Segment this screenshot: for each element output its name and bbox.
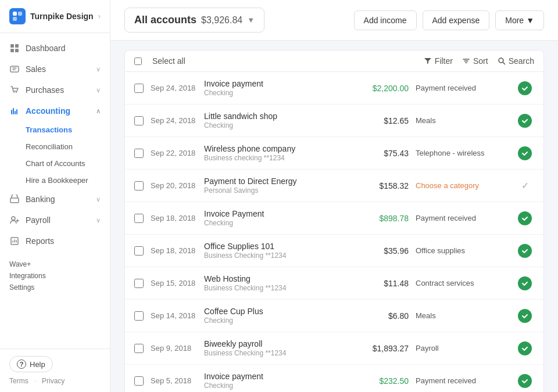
tx-info: Web Hosting Business Checking **1234	[204, 274, 349, 292]
row-checkbox-3[interactable]	[134, 181, 144, 190]
sidebar-item-chart-of-accounts[interactable]: Chart of Accounts	[0, 155, 110, 172]
sidebar-item-reports[interactable]: Reports	[0, 231, 110, 251]
confirmed-icon	[518, 374, 532, 388]
brand-chevron-icon: ›	[98, 12, 101, 20]
tx-account: Checking	[204, 89, 349, 97]
footer-links: Terms · Privacy	[9, 377, 101, 385]
tx-category: Office supplies	[416, 246, 509, 255]
tx-category: Payment received	[416, 84, 509, 92]
tx-status	[516, 146, 534, 160]
add-income-button[interactable]: Add income	[354, 10, 417, 30]
sales-chevron-icon: ∨	[96, 66, 101, 73]
sidebar-label-dashboard: Dashboard	[26, 44, 66, 53]
sidebar-item-banking[interactable]: Banking ∨	[0, 189, 110, 210]
search-button[interactable]: Search	[498, 56, 534, 66]
purchases-icon	[9, 85, 20, 95]
sidebar-label-reports: Reports	[26, 236, 54, 246]
tx-name: Office Supplies 101	[204, 242, 349, 251]
row-checkbox-5[interactable]	[134, 246, 144, 256]
accounting-icon	[9, 106, 20, 116]
tx-amount: $35.96	[356, 246, 409, 256]
row-checkbox-8[interactable]	[134, 344, 144, 353]
svg-point-11	[12, 217, 15, 220]
table-row: Sep 18, 2018 Invoice Payment Checking $8…	[125, 202, 543, 235]
tx-category: Payment received	[416, 214, 509, 222]
tx-status	[516, 276, 534, 290]
tx-account: Personal Savings	[204, 186, 349, 195]
tx-amount: $232.50	[356, 376, 409, 386]
select-all-checkbox[interactable]	[134, 57, 142, 65]
sidebar-item-sales[interactable]: Sales ∨	[0, 59, 110, 80]
tx-info: Coffee Cup Plus Checking	[204, 307, 349, 325]
tx-date: Sep 15, 2018	[151, 279, 197, 287]
table-actions: Filter Sort Search	[424, 56, 534, 66]
row-checkbox-9[interactable]	[134, 376, 144, 386]
confirmed-icon	[518, 146, 532, 160]
row-checkbox-0[interactable]	[134, 84, 144, 93]
sidebar-item-dashboard[interactable]: Dashboard	[0, 38, 110, 59]
sidebar-item-payroll[interactable]: Payroll ∨	[0, 210, 110, 231]
tx-date: Sep 9, 2018	[151, 344, 197, 353]
tx-status	[516, 81, 534, 95]
sort-icon	[462, 57, 470, 65]
table-row: Sep 24, 2018 Little sandwich shop Checki…	[125, 105, 543, 137]
sort-button[interactable]: Sort	[462, 56, 488, 66]
svg-rect-7	[10, 66, 19, 72]
filter-icon	[424, 57, 432, 65]
tx-name: Wireless phone company	[204, 144, 349, 153]
search-icon	[498, 57, 506, 65]
wave-plus-link[interactable]: Wave+	[9, 258, 101, 270]
add-expense-button[interactable]: Add expense	[423, 10, 490, 30]
tx-category: Payment received	[416, 376, 509, 385]
filter-button[interactable]: Filter	[424, 56, 453, 66]
tx-info: Invoice Payment Checking	[204, 209, 349, 227]
settings-link[interactable]: Settings	[9, 282, 101, 293]
row-checkbox-6[interactable]	[134, 279, 144, 288]
tx-account: Checking	[204, 121, 349, 130]
tx-date: Sep 5, 2018	[151, 376, 197, 385]
sidebar-label-banking: Banking	[26, 195, 55, 204]
sidebar-item-purchases[interactable]: Purchases ∨	[0, 80, 110, 100]
tx-category: Telephone - wireless	[416, 149, 509, 157]
tx-category[interactable]: Choose a category	[416, 181, 509, 190]
row-checkbox-2[interactable]	[134, 149, 144, 158]
integrations-link[interactable]: Integrations	[9, 270, 101, 282]
dashboard-icon	[9, 43, 20, 53]
row-checkbox-1[interactable]	[134, 116, 144, 125]
terms-link[interactable]: Terms	[9, 377, 28, 385]
main-content: All accounts $3,926.84 ▼ Add income Add …	[110, 0, 558, 392]
account-selector[interactable]: All accounts $3,926.84 ▼	[124, 8, 264, 33]
tx-status	[516, 211, 534, 225]
sidebar-item-transactions[interactable]: Transactions	[0, 121, 110, 138]
tx-date: Sep 18, 2018	[151, 214, 197, 222]
accounting-subnav: Transactions Reconciliation Chart of Acc…	[0, 121, 110, 189]
help-button[interactable]: ? Help	[9, 356, 53, 372]
sidebar-label-purchases: Purchases	[26, 85, 64, 95]
sidebar-item-accounting[interactable]: Accounting ∧	[0, 100, 110, 121]
confirmed-icon	[518, 341, 532, 355]
banking-chevron-icon: ∨	[96, 196, 101, 203]
banking-icon	[9, 194, 20, 204]
tx-date: Sep 24, 2018	[151, 84, 197, 92]
table-row: Sep 22, 2018 Wireless phone company Busi…	[125, 137, 543, 170]
svg-point-8	[13, 92, 15, 93]
tx-account: Checking	[204, 382, 349, 390]
tx-info: Office Supplies 101 Business Checking **…	[204, 242, 349, 260]
sidebar-item-reconciliation[interactable]: Reconciliation	[0, 138, 110, 155]
row-checkbox-4[interactable]	[134, 214, 144, 223]
tx-name: Little sandwich shop	[204, 112, 349, 121]
help-icon: ?	[17, 359, 26, 369]
tx-amount: $1,893.27	[356, 344, 409, 353]
row-checkbox-7[interactable]	[134, 311, 144, 321]
sidebar-header[interactable]: Turnpike Design ›	[0, 0, 110, 33]
purchases-chevron-icon: ∨	[96, 87, 101, 94]
select-all-label: Select all	[152, 56, 185, 66]
tx-name: Invoice payment	[204, 372, 349, 381]
tx-name: Web Hosting	[204, 274, 349, 283]
sidebar-nav: Dashboard Sales ∨ Purchases ∨ Accounting…	[0, 33, 110, 348]
sidebar-item-hire-bookkeeper[interactable]: Hire a Bookkeeper	[0, 172, 110, 189]
more-button[interactable]: More ▼	[495, 10, 544, 30]
tx-account: Business Checking **1234	[204, 284, 349, 292]
privacy-link[interactable]: Privacy	[42, 377, 65, 385]
account-balance: $3,926.84	[201, 15, 242, 26]
